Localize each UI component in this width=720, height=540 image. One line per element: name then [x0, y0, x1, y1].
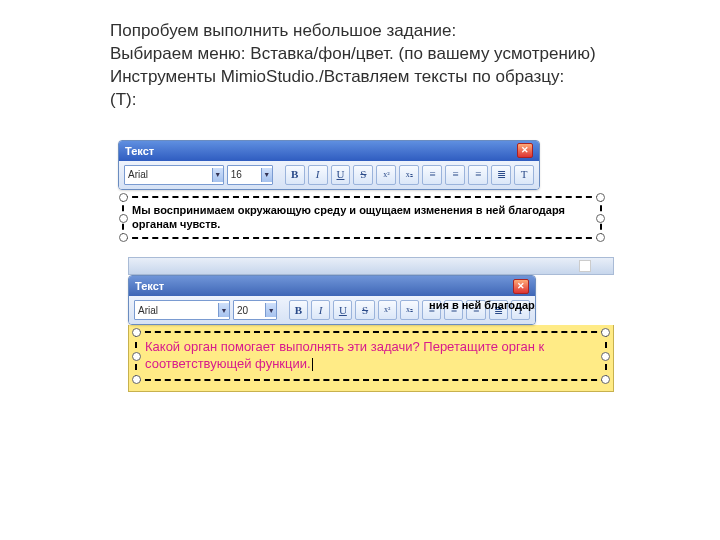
- toolbar-title: Текст: [135, 280, 164, 292]
- bold-button[interactable]: B: [289, 300, 308, 320]
- toolbar-titlebar: Текст ✕: [119, 141, 539, 161]
- resize-handle[interactable]: [596, 193, 605, 202]
- toolbar-title: Текст: [125, 145, 154, 157]
- align-right-button[interactable]: ≡: [468, 165, 488, 185]
- font-size-select[interactable]: 16 ▼: [227, 165, 273, 185]
- chevron-down-icon: ▼: [218, 303, 229, 317]
- resize-handle[interactable]: [601, 328, 610, 337]
- font-select[interactable]: Arial ▼: [134, 300, 230, 320]
- chevron-down-icon: ▼: [261, 168, 272, 182]
- close-icon[interactable]: ✕: [513, 279, 529, 294]
- text-cursor: [312, 358, 313, 371]
- font-select-value: Arial: [128, 169, 148, 180]
- resize-handle[interactable]: [596, 233, 605, 242]
- underline-button[interactable]: U: [331, 165, 351, 185]
- textbox-content: Какой орган помогает выполнять эти задач…: [145, 339, 544, 371]
- chevron-down-icon: ▼: [212, 168, 223, 182]
- font-size-select[interactable]: 20 ▼: [233, 300, 277, 320]
- font-size-value: 16: [231, 169, 242, 180]
- strike-button[interactable]: S: [355, 300, 374, 320]
- superscript-button[interactable]: x²: [378, 300, 397, 320]
- font-select[interactable]: Arial ▼: [124, 165, 224, 185]
- text-box[interactable]: Мы воспринимаем окружающую среду и ощуща…: [122, 196, 602, 240]
- toolbar-titlebar: Текст ✕: [129, 276, 535, 296]
- instruction-line: Выбираем меню: Вставка/фон/цвет. (по ваш…: [110, 43, 620, 66]
- background-text-fragment: ния в ней благодаря: [429, 299, 536, 311]
- list-button[interactable]: ≣: [491, 165, 511, 185]
- resize-handle[interactable]: [119, 193, 128, 202]
- resize-handle[interactable]: [132, 352, 141, 361]
- italic-button[interactable]: I: [311, 300, 330, 320]
- resize-handle[interactable]: [601, 375, 610, 384]
- text-tool-button[interactable]: T: [514, 165, 534, 185]
- instruction-text: Попробуем выполнить небольшое задание: В…: [110, 20, 620, 112]
- resize-handle[interactable]: [119, 233, 128, 242]
- subscript-button[interactable]: x₂: [400, 300, 419, 320]
- underline-button[interactable]: U: [333, 300, 352, 320]
- canvas-area: Какой орган помогает выполнять эти задач…: [128, 325, 614, 392]
- toolbar-row: Arial ▼ 20 ▼ B I U S x² x₂ ≡ ≡: [129, 296, 535, 324]
- superscript-button[interactable]: x²: [376, 165, 396, 185]
- resize-handle[interactable]: [132, 375, 141, 384]
- instruction-line: Инструменты MimioStudio./Вставляем текст…: [110, 66, 620, 89]
- instruction-line: (Т):: [110, 89, 620, 112]
- italic-button[interactable]: I: [308, 165, 328, 185]
- text-box[interactable]: Какой орган помогает выполнять эти задач…: [135, 331, 607, 381]
- resize-handle[interactable]: [596, 214, 605, 223]
- align-left-button[interactable]: ≡: [422, 165, 442, 185]
- chevron-down-icon: ▼: [265, 303, 276, 317]
- strike-button[interactable]: S: [353, 165, 373, 185]
- textbox-content: Мы воспринимаем окружающую среду и ощуща…: [132, 204, 565, 230]
- text-toolbar: Текст ✕ Arial ▼ 20 ▼ B I U S: [128, 275, 536, 325]
- text-toolbar: Текст ✕ Arial ▼ 16 ▼ B I U S x² x₂ ≡: [118, 140, 540, 190]
- subscript-button[interactable]: x₂: [399, 165, 419, 185]
- font-select-value: Arial: [138, 305, 158, 316]
- bold-button[interactable]: B: [285, 165, 305, 185]
- resize-handle[interactable]: [132, 328, 141, 337]
- instruction-line: Попробуем выполнить небольшое задание:: [110, 20, 620, 43]
- screenshot-2: Текст ✕ Arial ▼ 20 ▼ B I U S: [128, 257, 614, 392]
- resize-handle[interactable]: [119, 214, 128, 223]
- font-size-value: 20: [237, 305, 248, 316]
- screenshot-1: Текст ✕ Arial ▼ 16 ▼ B I U S x² x₂ ≡: [118, 140, 620, 240]
- close-icon[interactable]: ✕: [517, 143, 533, 158]
- align-center-button[interactable]: ≡: [445, 165, 465, 185]
- background-app-toolbar: [128, 257, 614, 275]
- toolbar-row: Arial ▼ 16 ▼ B I U S x² x₂ ≡ ≡ ≡ ≣ T: [119, 161, 539, 189]
- resize-handle[interactable]: [601, 352, 610, 361]
